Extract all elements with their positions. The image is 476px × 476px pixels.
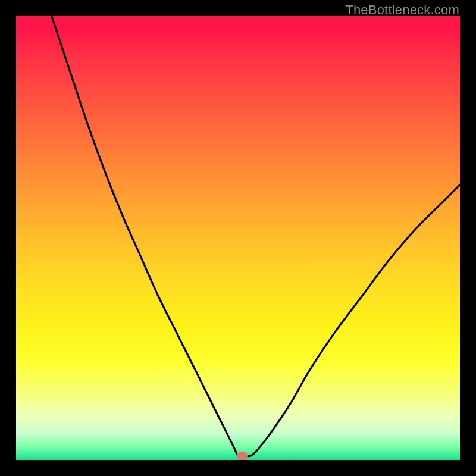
chart-frame: TheBottleneck.com: [0, 0, 476, 476]
optimum-marker-icon: [237, 452, 248, 460]
bottleneck-curve: [16, 16, 460, 460]
watermark-text: TheBottleneck.com: [345, 2, 459, 18]
chart-plot-area: [16, 16, 460, 460]
